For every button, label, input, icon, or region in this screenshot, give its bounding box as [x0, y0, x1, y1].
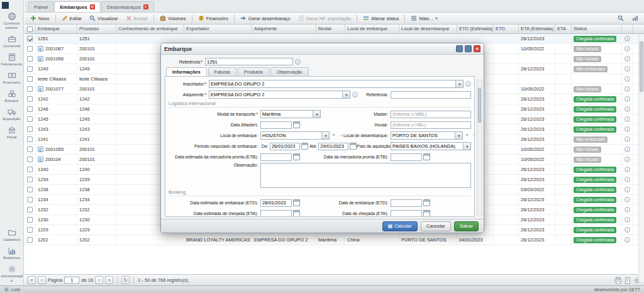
cancelar-button[interactable]: Cancelar: [421, 221, 451, 231]
checkbox[interactable]: [27, 26, 33, 32]
info-icon[interactable]: i: [625, 187, 630, 192]
info-icon[interactable]: i: [625, 126, 630, 132]
print-icon[interactable]: [614, 277, 622, 284]
gear-icon[interactable]: [4, 287, 9, 293]
info-icon[interactable]: i: [352, 92, 358, 97]
maximize-icon[interactable]: [465, 45, 472, 52]
scrollbar-thumb[interactable]: [640, 41, 643, 92]
table-row[interactable]: 12021202BRAND LOYALTY AMERICAS BVEMPRESA…: [25, 235, 644, 245]
etb-estimada-input[interactable]: [260, 153, 292, 161]
editar-button[interactable]: Editar: [58, 14, 86, 23]
column-header-select[interactable]: [25, 25, 36, 33]
info-icon[interactable]: i: [465, 81, 471, 87]
close-icon[interactable]: ×: [143, 4, 148, 9]
visualizar-button[interactable]: Visualizar: [86, 14, 121, 23]
modal-titlebar[interactable]: Embarque ×: [161, 43, 484, 55]
info-icon[interactable]: i: [625, 227, 630, 233]
sidebar-item-comercio-exterior[interactable]: Comércio exterior: [0, 10, 23, 33]
add-icon[interactable]: +: [331, 133, 336, 138]
referencia2-input[interactable]: [391, 91, 471, 99]
column-header-modal[interactable]: Modal.: [316, 25, 345, 33]
info-icon[interactable]: i: [625, 66, 630, 72]
info-icon[interactable]: i: [625, 96, 630, 102]
checkbox[interactable]: [27, 76, 33, 82]
checkbox[interactable]: [27, 86, 33, 92]
columns-button[interactable]: [629, 14, 641, 23]
checkbox[interactable]: [27, 56, 33, 62]
volumes-button[interactable]: Volumes: [157, 14, 189, 23]
checkbox[interactable]: [27, 126, 33, 132]
modal-tab-produtos[interactable]: Produtos: [238, 67, 269, 76]
info-icon[interactable]: i: [625, 157, 630, 162]
checkbox[interactable]: [27, 167, 33, 172]
pin-icon[interactable]: [456, 45, 463, 52]
sidebar-item-faturamento[interactable]: Faturamento: [0, 51, 23, 69]
modal-scrollbar[interactable]: [477, 80, 482, 216]
next-page-button[interactable]: ›: [95, 276, 103, 284]
info-icon[interactable]: i: [625, 116, 630, 122]
info-icon[interactable]: i: [625, 167, 630, 172]
scrollbar-thumb[interactable]: [478, 88, 481, 123]
checkbox[interactable]: [27, 66, 33, 72]
tab-desembaracos[interactable]: Desembaraços×: [101, 1, 154, 12]
add-icon[interactable]: +: [464, 133, 470, 138]
adquirente-input[interactable]: [209, 91, 342, 98]
checkbox[interactable]: [27, 106, 33, 112]
calendar-icon[interactable]: [301, 143, 308, 150]
info-icon[interactable]: i: [625, 136, 630, 142]
info-icon[interactable]: i: [625, 237, 630, 243]
column-header-adquirente[interactable]: Adquirente: [252, 25, 316, 33]
table-scrollbar[interactable]: [638, 34, 644, 282]
local-embarque-input[interactable]: [261, 132, 321, 139]
checkbox[interactable]: [27, 146, 33, 152]
importador-input[interactable]: [209, 80, 455, 87]
modal-tab-informacoes[interactable]: Informações: [166, 67, 207, 76]
info-icon[interactable]: i: [625, 197, 630, 202]
master-input[interactable]: [391, 111, 471, 118]
checkbox[interactable]: [27, 217, 33, 223]
column-header-local-de-embarque[interactable]: Local de embarque: [345, 25, 399, 33]
modal-transporte-input[interactable]: [261, 111, 313, 118]
calendar-icon[interactable]: [423, 153, 430, 160]
column-header-embarque[interactable]: Embarque: [36, 25, 77, 33]
info-icon[interactable]: i: [625, 36, 630, 41]
periodo-de-input[interactable]: [270, 143, 300, 150]
checkbox[interactable]: [27, 187, 33, 192]
periodo-ate-input[interactable]: [318, 143, 348, 150]
column-header-eta[interactable]: ETA: [555, 25, 572, 33]
info-icon[interactable]: i: [625, 217, 630, 223]
checkbox[interactable]: [27, 197, 33, 202]
mais-button[interactable]: Mais...: [408, 14, 440, 23]
checkbox[interactable]: [27, 46, 33, 52]
page-input[interactable]: [64, 277, 79, 284]
checkbox[interactable]: [27, 96, 33, 102]
sidebar-item-relatorios[interactable]: Relatórios: [0, 245, 23, 263]
house-input[interactable]: [391, 121, 471, 129]
info-icon[interactable]: i: [625, 56, 630, 62]
info-icon[interactable]: i: [625, 177, 630, 182]
info-icon[interactable]: i: [625, 76, 630, 82]
salvar-button[interactable]: Salvar: [454, 221, 479, 231]
info-icon[interactable]: i: [625, 146, 630, 152]
checkbox[interactable]: [27, 237, 33, 243]
export-icon[interactable]: [624, 277, 631, 284]
eta-input[interactable]: [391, 210, 422, 218]
calendar-icon[interactable]: [423, 210, 430, 217]
info-icon[interactable]: i: [295, 59, 301, 65]
calendar-icon[interactable]: [293, 121, 300, 128]
info-icon[interactable]: i: [625, 86, 630, 92]
tab-painel[interactable]: Painel: [28, 1, 53, 12]
info-icon[interactable]: i: [625, 46, 630, 52]
goto-icon[interactable]: →: [471, 133, 475, 138]
checkbox[interactable]: [27, 157, 33, 162]
novo-button[interactable]: Novo: [27, 14, 53, 23]
sidebar-item-estoque[interactable]: Estoque: [0, 87, 23, 106]
column-header-exportador[interactable]: Exportador: [184, 25, 252, 33]
chevron-down-icon[interactable]: [455, 132, 462, 139]
first-page-button[interactable]: «: [28, 276, 36, 284]
close-icon[interactable]: ×: [90, 4, 95, 9]
column-header-eta-estimada[interactable]: ETA (Estimada): [519, 25, 555, 33]
column-header-etd[interactable]: ETD: [494, 25, 519, 33]
etd-estimada-input[interactable]: [260, 199, 292, 207]
observacao-textarea[interactable]: [260, 163, 471, 188]
